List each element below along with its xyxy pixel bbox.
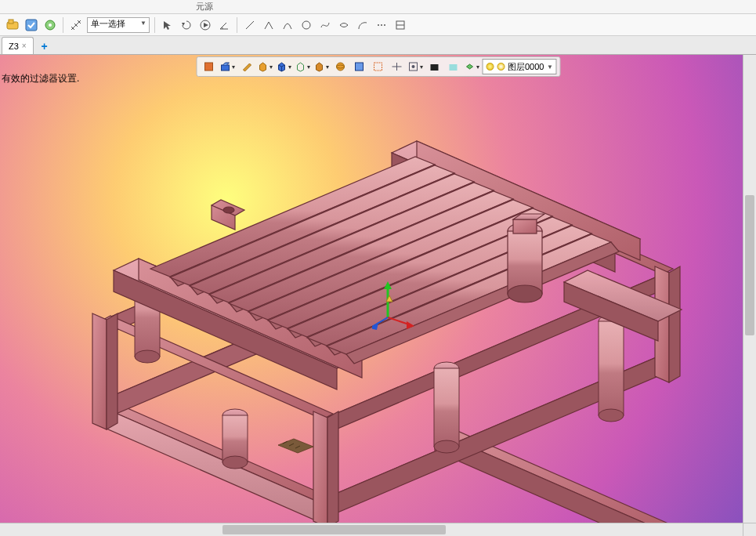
svg-point-10 — [384, 24, 385, 26]
svg-point-40 — [223, 207, 234, 213]
svg-rect-2 — [26, 20, 37, 31]
svg-point-33 — [222, 456, 248, 469]
sweep-icon[interactable] — [336, 17, 352, 33]
spline-icon[interactable] — [317, 17, 333, 33]
tab-close-icon[interactable]: × — [22, 42, 27, 50]
more-draw-icon[interactable] — [374, 17, 389, 33]
toolbar-separator — [154, 17, 155, 33]
svg-rect-42 — [508, 231, 542, 294]
model-3d[interactable] — [0, 55, 756, 536]
svg-point-9 — [381, 24, 382, 26]
edge-icon[interactable] — [261, 17, 277, 33]
extras-icon[interactable] — [392, 17, 408, 33]
play-icon[interactable] — [197, 17, 213, 33]
svg-rect-38 — [599, 321, 624, 415]
cmd-c-icon[interactable] — [42, 17, 58, 33]
document-tab[interactable]: Z3 × — [2, 37, 34, 54]
svg-point-43 — [508, 285, 542, 302]
svg-point-4 — [49, 24, 52, 27]
cmd-a-icon[interactable] — [5, 17, 20, 33]
svg-point-8 — [378, 24, 379, 26]
viewport-3d[interactable]: 有效的过滤器设置. 图层0000 — [0, 55, 756, 536]
new-tab-button[interactable]: + — [37, 38, 52, 54]
scrollbar-thumb[interactable] — [222, 525, 445, 534]
arc-icon[interactable] — [355, 17, 371, 33]
scrollbar-thumb[interactable] — [745, 195, 754, 335]
svg-rect-44 — [513, 219, 537, 234]
toolbar-separator — [237, 17, 237, 33]
svg-line-6 — [246, 21, 254, 29]
tab-label: Z3 — [9, 42, 19, 51]
document-tabbar: Z3 × + — [0, 36, 756, 55]
scrollbar-corner — [743, 523, 756, 536]
toolbar-separator — [63, 17, 63, 33]
horizontal-scrollbar[interactable] — [0, 523, 743, 536]
svg-point-36 — [434, 440, 459, 453]
svg-point-39 — [599, 409, 624, 422]
angle-icon[interactable] — [216, 17, 232, 33]
svg-rect-32 — [222, 415, 248, 462]
menu-resource[interactable]: 元源 — [196, 1, 213, 13]
line-icon[interactable] — [242, 17, 258, 33]
main-toolbar: 单一选择 — [0, 14, 756, 36]
svg-rect-35 — [434, 368, 459, 447]
measure-icon[interactable] — [68, 17, 84, 33]
cmd-b-icon[interactable] — [24, 17, 39, 33]
menu-strip: 元源 — [0, 0, 756, 14]
pointer-icon[interactable] — [160, 17, 175, 33]
circle-icon[interactable] — [298, 17, 314, 33]
plus-icon: + — [42, 40, 48, 53]
vertical-scrollbar[interactable] — [743, 55, 756, 523]
rotate-view-icon[interactable] — [179, 17, 194, 33]
curve-icon[interactable] — [280, 17, 295, 33]
selection-mode-dropdown[interactable]: 单一选择 — [87, 17, 150, 33]
svg-point-30 — [135, 350, 160, 363]
svg-point-7 — [302, 21, 310, 29]
svg-rect-1 — [9, 20, 13, 24]
selection-mode-label: 单一选择 — [91, 19, 125, 28]
